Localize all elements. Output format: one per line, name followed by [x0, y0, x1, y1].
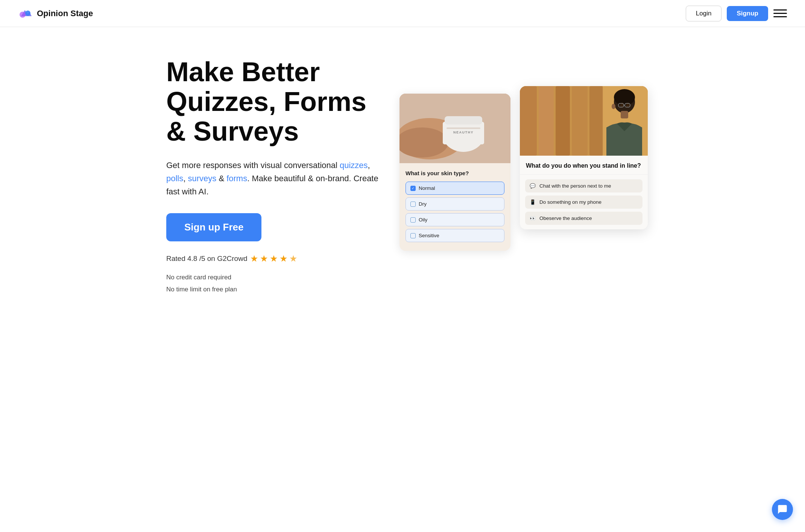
- svg-rect-8: [445, 116, 482, 124]
- subtitle-amp: &: [216, 174, 226, 183]
- svg-point-26: [612, 104, 615, 109]
- skin-quiz-image: NEAUTHY: [399, 94, 510, 163]
- star-5: ★: [289, 253, 298, 264]
- hero-subtitle: Get more responses with visual conversat…: [166, 159, 384, 199]
- svg-point-2: [25, 11, 30, 16]
- standinline-option-1[interactable]: 💬 Chat with the person next to me: [525, 179, 642, 192]
- option-icon-3: 👀: [530, 215, 536, 221]
- star-rating: ★ ★ ★ ★ ★: [250, 253, 298, 264]
- option-label-3: Obeserve the audience: [539, 215, 592, 221]
- nav-actions: Login Signup: [686, 6, 787, 21]
- link-forms[interactable]: forms: [226, 174, 247, 183]
- star-1: ★: [250, 253, 258, 264]
- checkbox-normal: [410, 186, 416, 191]
- skin-quiz-body: What is your skin type? Normal Dry Oily: [399, 163, 510, 251]
- quiz-option-dry[interactable]: Dry: [406, 197, 504, 211]
- quiz-option-normal[interactable]: Normal: [406, 182, 504, 195]
- subtitle-comma-1: ,: [368, 161, 370, 170]
- option-label-normal: Normal: [419, 185, 435, 191]
- option-label-2: Do something on my phone: [539, 199, 601, 205]
- login-button[interactable]: Login: [686, 6, 722, 21]
- svg-point-19: [614, 89, 635, 106]
- standinline-illustration: [520, 86, 648, 156]
- standinline-image: [520, 86, 648, 156]
- note-no-credit-card: No credit card required: [166, 271, 384, 283]
- hero-title: Make Better Quizzes, Forms & Surveys: [166, 57, 384, 147]
- star-2: ★: [260, 253, 268, 264]
- checkbox-sensitive: [410, 233, 416, 238]
- option-icon-2: 📱: [530, 199, 536, 205]
- skin-quiz-card: NEAUTHY What is your skin type? Normal D…: [399, 94, 510, 251]
- star-4: ★: [279, 253, 288, 264]
- chat-fab-button[interactable]: [772, 499, 793, 520]
- option-label-oily: Oily: [419, 217, 427, 223]
- logo-icon: [18, 6, 32, 21]
- svg-text:NEAUTHY: NEAUTHY: [453, 130, 474, 134]
- option-icon-1: 💬: [530, 183, 536, 189]
- svg-rect-16: [589, 86, 603, 156]
- standinline-option-2[interactable]: 📱 Do something on my phone: [525, 196, 642, 209]
- svg-rect-13: [539, 86, 554, 156]
- svg-rect-10: [447, 127, 480, 129]
- hero-right: NEAUTHY What is your skin type? Normal D…: [399, 86, 648, 267]
- quiz-option-sensitive[interactable]: Sensitive: [406, 229, 504, 242]
- option-label-dry: Dry: [419, 201, 427, 207]
- hero-notes: No credit card required No time limit on…: [166, 271, 384, 296]
- rating-row: Rated 4.8 /5 on G2Crowd ★ ★ ★ ★ ★: [166, 253, 384, 264]
- hamburger-line-3: [773, 16, 787, 17]
- standinline-options: 💬 Chat with the person next to me 📱 Do s…: [520, 175, 648, 229]
- hamburger-line-2: [773, 13, 787, 14]
- link-polls[interactable]: polls: [166, 174, 183, 183]
- option-label-1: Chat with the person next to me: [539, 183, 611, 189]
- signup-button[interactable]: Signup: [727, 6, 768, 21]
- link-quizzes[interactable]: quizzes: [340, 161, 368, 170]
- svg-point-1: [20, 12, 26, 18]
- subtitle-text-plain: Get more responses with visual conversat…: [166, 161, 340, 170]
- svg-rect-12: [520, 86, 537, 156]
- quiz-option-oily[interactable]: Oily: [406, 213, 504, 226]
- option-label-sensitive: Sensitive: [419, 233, 439, 238]
- checkbox-dry: [410, 202, 416, 207]
- hamburger-menu[interactable]: [773, 7, 787, 20]
- standinline-option-3[interactable]: 👀 Obeserve the audience: [525, 212, 642, 225]
- logo-text: Opinion Stage: [37, 9, 93, 18]
- subtitle-comma-2: ,: [183, 174, 188, 183]
- skin-quiz-question: What is your skin type?: [406, 170, 504, 176]
- signup-cta-button[interactable]: Sign up Free: [166, 213, 261, 241]
- hamburger-line-1: [773, 9, 787, 11]
- link-surveys[interactable]: surveys: [188, 174, 216, 183]
- svg-rect-15: [572, 86, 588, 156]
- checkbox-oily: [410, 217, 416, 223]
- logo[interactable]: Opinion Stage: [18, 6, 93, 21]
- skin-quiz-illustration: NEAUTHY: [399, 94, 510, 163]
- note-no-time-limit: No time limit on free plan: [166, 283, 384, 296]
- svg-rect-14: [556, 86, 570, 156]
- hero-left: Make Better Quizzes, Forms & Surveys Get…: [166, 57, 384, 296]
- star-3: ★: [270, 253, 278, 264]
- standinline-quiz-card: What do you do when you stand in line? 💬…: [520, 86, 648, 229]
- rating-text: Rated 4.8 /5 on G2Crowd: [166, 255, 247, 263]
- chat-icon: [777, 504, 788, 515]
- hero-section: Make Better Quizzes, Forms & Surveys Get…: [139, 27, 666, 318]
- standinline-question: What do you do when you stand in line?: [520, 156, 648, 175]
- navbar: Opinion Stage Login Signup: [0, 0, 805, 27]
- svg-rect-20: [621, 111, 628, 118]
